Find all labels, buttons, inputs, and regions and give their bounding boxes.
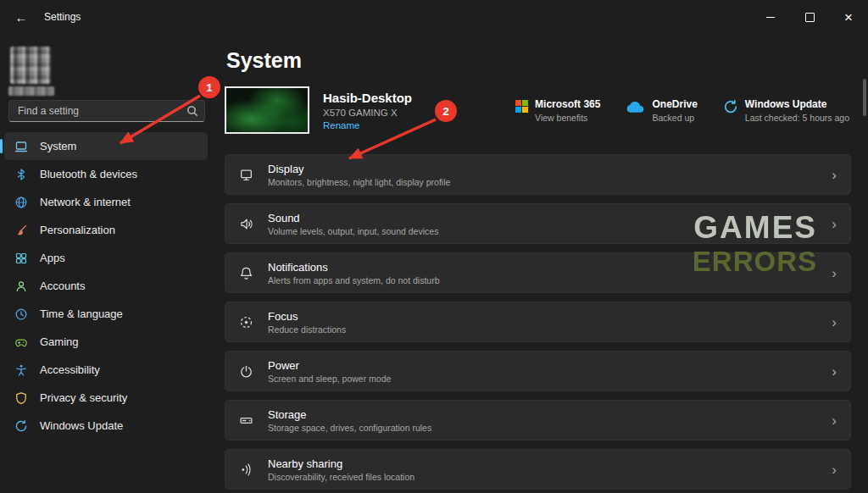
time-language-icon bbox=[14, 307, 28, 321]
row-title: Sound bbox=[268, 212, 438, 224]
window-controls: × bbox=[751, 0, 868, 34]
chevron-right-icon: › bbox=[832, 315, 837, 330]
sidebar-item-bluetooth-devices[interactable]: Bluetooth & devices bbox=[4, 160, 208, 188]
sidebar-item-label: Network & internet bbox=[40, 196, 131, 208]
settings-list: Display Monitors, brightness, night ligh… bbox=[225, 154, 851, 490]
sidebar-item-label: Apps bbox=[40, 252, 65, 264]
titlebar: ← Settings × bbox=[0, 0, 868, 34]
chevron-right-icon: › bbox=[832, 168, 837, 182]
chevron-right-icon: › bbox=[832, 364, 837, 379]
sidebar-item-label: System bbox=[40, 140, 76, 152]
device-model: X570 GAMING X bbox=[323, 108, 412, 118]
display-icon bbox=[239, 168, 254, 182]
bluetooth-icon bbox=[14, 168, 28, 181]
sidebar-item-apps[interactable]: Apps bbox=[4, 244, 208, 272]
sidebar-item-label: Personalization bbox=[40, 224, 115, 236]
storage-icon bbox=[239, 413, 254, 428]
row-subtitle: Screen and sleep, power mode bbox=[268, 374, 391, 384]
settings-row-nearby-sharing[interactable]: Nearby sharing Discoverability, received… bbox=[225, 449, 851, 490]
row-subtitle: Monitors, brightness, night light, displ… bbox=[268, 177, 450, 187]
settings-row-display[interactable]: Display Monitors, brightness, night ligh… bbox=[225, 154, 851, 195]
sidebar-item-label: Privacy & security bbox=[40, 391, 127, 404]
status-card-onedrive[interactable]: OneDrive Backed up bbox=[626, 98, 697, 123]
back-button[interactable]: ← bbox=[7, 4, 36, 30]
row-title: Notifications bbox=[268, 261, 440, 274]
search-input[interactable] bbox=[8, 100, 205, 122]
minimize-button[interactable] bbox=[751, 0, 790, 34]
rename-link[interactable]: Rename bbox=[323, 120, 412, 130]
scrollbar-thumb[interactable] bbox=[863, 79, 866, 116]
device-info: Hasib-Desktop X570 GAMING X Rename bbox=[323, 91, 412, 130]
microsoft-365-icon bbox=[515, 100, 528, 113]
accessibility-icon bbox=[14, 363, 28, 377]
row-subtitle: Alerts from apps and system, do not dist… bbox=[268, 275, 440, 285]
row-title: Power bbox=[268, 359, 391, 372]
onedrive-icon bbox=[626, 101, 645, 114]
device-info-row: Hasib-Desktop X570 GAMING X Rename Micro… bbox=[225, 86, 851, 134]
settings-row-storage[interactable]: Storage Storage space, drives, configura… bbox=[225, 400, 851, 440]
sidebar-item-privacy-security[interactable]: Privacy & security bbox=[4, 384, 208, 412]
status-subtitle: Last checked: 5 hours ago bbox=[745, 113, 849, 123]
sidebar-item-accessibility[interactable]: Accessibility bbox=[4, 356, 208, 384]
sidebar-item-windows-update[interactable]: Windows Update bbox=[4, 412, 208, 440]
status-title: Windows Update bbox=[745, 98, 849, 110]
power-icon bbox=[239, 364, 254, 379]
close-icon: × bbox=[844, 10, 853, 25]
status-card-microsoft-365[interactable]: Microsoft 365 View benefits bbox=[515, 98, 600, 123]
status-title: OneDrive bbox=[652, 98, 697, 110]
search-box bbox=[8, 100, 205, 122]
device-name: Hasib-Desktop bbox=[323, 91, 412, 105]
window-title: Settings bbox=[44, 11, 81, 23]
gaming-icon bbox=[14, 335, 28, 349]
apps-icon bbox=[14, 252, 28, 265]
nearby-sharing-icon bbox=[239, 463, 254, 477]
status-title: Microsoft 365 bbox=[535, 98, 600, 110]
page-title: System bbox=[226, 47, 851, 73]
network-icon bbox=[14, 196, 28, 209]
settings-row-power[interactable]: Power Screen and sleep, power mode › bbox=[225, 351, 851, 391]
notifications-icon bbox=[239, 266, 254, 280]
back-arrow-icon: ← bbox=[15, 10, 28, 25]
settings-row-focus[interactable]: Focus Reduce distractions › bbox=[225, 302, 851, 342]
accounts-icon bbox=[14, 280, 28, 293]
sidebar-item-gaming[interactable]: Gaming bbox=[4, 328, 208, 356]
row-title: Display bbox=[268, 163, 450, 175]
sidebar-nav: System Bluetooth & devices Network & int… bbox=[4, 132, 208, 440]
maximize-icon bbox=[805, 13, 815, 22]
row-subtitle: Storage space, drives, configuration rul… bbox=[268, 423, 431, 433]
maximize-button[interactable] bbox=[790, 0, 829, 34]
row-title: Storage bbox=[268, 408, 431, 421]
status-card-windows-update[interactable]: Windows Update Last checked: 5 hours ago bbox=[723, 98, 849, 123]
user-avatar[interactable] bbox=[10, 47, 51, 84]
row-subtitle: Volume levels, output, input, sound devi… bbox=[268, 226, 438, 236]
sidebar-item-label: Bluetooth & devices bbox=[40, 168, 137, 180]
search-icon bbox=[186, 105, 198, 117]
sidebar-item-accounts[interactable]: Accounts bbox=[4, 272, 208, 300]
settings-row-notifications[interactable]: Notifications Alerts from apps and syste… bbox=[225, 252, 851, 293]
minimize-icon bbox=[766, 17, 775, 18]
sidebar-item-personalization[interactable]: Personalization bbox=[4, 216, 208, 244]
chevron-right-icon: › bbox=[832, 217, 837, 231]
personalization-icon bbox=[14, 224, 28, 237]
sidebar-item-label: Accounts bbox=[40, 280, 85, 292]
status-subtitle: Backed up bbox=[652, 113, 697, 123]
sidebar-item-label: Gaming bbox=[40, 335, 79, 348]
sidebar-item-system[interactable]: System bbox=[4, 132, 208, 160]
privacy-icon bbox=[14, 391, 28, 405]
chevron-right-icon: › bbox=[832, 413, 837, 428]
sidebar: System Bluetooth & devices Network & int… bbox=[0, 34, 212, 493]
sidebar-item-label: Windows Update bbox=[40, 419, 123, 432]
user-name-redacted bbox=[8, 86, 54, 96]
row-title: Nearby sharing bbox=[268, 457, 415, 470]
row-subtitle: Discoverability, received files location bbox=[268, 472, 415, 482]
status-cards: Microsoft 365 View benefits OneDrive Bac… bbox=[515, 98, 851, 123]
device-wallpaper-thumbnail bbox=[225, 86, 309, 134]
windows-update-status-icon bbox=[723, 99, 738, 114]
close-button[interactable]: × bbox=[829, 0, 868, 34]
sidebar-item-time-language[interactable]: Time & language bbox=[4, 300, 208, 328]
sidebar-item-network-internet[interactable]: Network & internet bbox=[4, 188, 208, 216]
system-icon bbox=[14, 140, 28, 153]
chevron-right-icon: › bbox=[832, 463, 837, 477]
settings-row-sound[interactable]: Sound Volume levels, output, input, soun… bbox=[225, 203, 851, 244]
main-content: System Hasib-Desktop X570 GAMING X Renam… bbox=[212, 34, 868, 493]
